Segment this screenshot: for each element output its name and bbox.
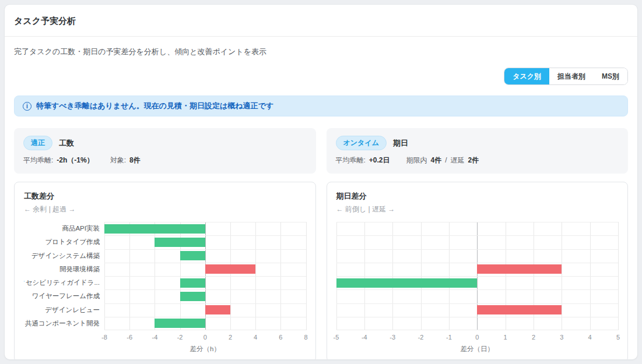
charts-row: 工数差分 ← 余剰 | 超過 → 商品API実装プロトタイプ作成デザインシステム…	[14, 182, 628, 360]
x-tick-label: 0	[475, 334, 479, 341]
row-gridline	[104, 303, 306, 304]
page-title: タスク予実分析	[14, 16, 628, 27]
row-gridline	[336, 222, 619, 222]
category-label: デザインレビュー	[24, 303, 100, 317]
x-tick-label: 1	[504, 334, 507, 341]
v-gridline	[618, 222, 619, 330]
row-gridline	[336, 303, 619, 304]
x-tick-label: -6	[127, 334, 132, 341]
chart-subtitle: ← 前倒し | 遅延 →	[336, 204, 619, 214]
separator: /	[445, 156, 447, 164]
summary-title: 工数	[59, 138, 74, 149]
view-tab-group: タスク別 担当者別 MS別	[504, 68, 628, 85]
diff-bar[interactable]	[205, 305, 230, 314]
avg-deviation-label: 平均乖離:	[23, 156, 53, 165]
summary-row: 適正 工数 平均乖離: -2h（-1%） 対象: 8件 オンタイム 期日 平均乖…	[14, 128, 628, 174]
main-panel: タスク予実分析 完了タスクの工数・期日の予実差分を分析し、傾向と改善ポイントを表…	[4, 4, 638, 360]
diff-bar[interactable]	[205, 264, 255, 274]
tab-by-milestone[interactable]: MS別	[594, 68, 627, 84]
x-tick-label: 3	[560, 334, 563, 341]
x-tick-label: 6	[279, 334, 282, 341]
effort-summary-card: 適正 工数 平均乖離: -2h（-1%） 対象: 8件	[14, 128, 316, 174]
chart-title: 期日差分	[336, 191, 619, 202]
category-labels: 商品API実装プロトタイプ作成デザインシステム構築開発環境構築アクセシビリティガ…	[24, 222, 104, 330]
category-label: 共通コンポーネント開発	[24, 317, 100, 330]
plot-wrap: -5-4-3-2-1012345 差分（日）	[336, 222, 619, 354]
x-tick-label: -2	[418, 334, 424, 341]
plot-wrap: -8-6-4-202468 差分（h）	[104, 222, 306, 354]
status-badge: オンタイム	[336, 136, 387, 150]
row-gridline	[104, 235, 306, 236]
avg-deviation-value: -2h（-1%）	[57, 156, 93, 165]
x-axis-label: 差分（h）	[104, 345, 306, 354]
v-gridline	[306, 222, 307, 330]
deadline-summary-header: オンタイム 期日	[336, 136, 619, 150]
effort-diff-chart: 商品API実装プロトタイプ作成デザインシステム構築開発環境構築アクセシビリティガ…	[24, 222, 306, 354]
plot-area	[104, 222, 306, 330]
avg-deviation-value: +0.2日	[369, 156, 390, 165]
row-gridline	[336, 249, 619, 250]
ontime-value: 4件	[431, 156, 442, 165]
row-gridline	[336, 263, 619, 263]
row-gridline	[336, 276, 619, 277]
x-tick-label: 2	[229, 334, 232, 341]
diff-bar[interactable]	[336, 278, 478, 288]
row-gridline	[104, 249, 306, 250]
x-tick-label: -5	[334, 334, 339, 341]
ontime-label: 期限内	[406, 156, 427, 165]
tab-by-assignee[interactable]: 担当者別	[549, 68, 594, 84]
deadline-summary-card: オンタイム 期日 平均乖離: +0.2日 期限内 4件 / 遅延 2件	[327, 128, 629, 174]
x-tick-label: -4	[152, 334, 157, 341]
row-gridline	[104, 289, 306, 290]
deadline-summary-stats: 平均乖離: +0.2日 期限内 4件 / 遅延 2件	[336, 156, 619, 165]
row-gridline	[104, 222, 306, 222]
diff-bar[interactable]	[477, 305, 562, 314]
row-gridline	[336, 235, 619, 236]
x-tick-label: 2	[532, 334, 535, 341]
x-tick-label: 4	[254, 334, 257, 341]
delay-value: 2件	[468, 156, 479, 165]
avg-deviation-label: 平均乖離:	[336, 156, 366, 165]
category-label: プロトタイプ作成	[24, 235, 100, 249]
row-gridline	[104, 263, 306, 263]
diff-bar[interactable]	[155, 319, 205, 328]
category-label: 開発環境構築	[24, 263, 100, 276]
diff-bar[interactable]	[104, 224, 205, 234]
x-ticks: -8-6-4-202468	[104, 334, 306, 343]
info-banner: i 特筆すべき乖離はありません。現在の見積・期日設定は概ね適正です	[14, 96, 628, 116]
panel-header: タスク予実分析	[5, 5, 637, 37]
category-label: ワイヤーフレーム作成	[24, 289, 100, 303]
tab-by-task[interactable]: タスク別	[504, 68, 549, 84]
x-tick-label: 4	[588, 334, 592, 341]
effort-summary-stats: 平均乖離: -2h（-1%） 対象: 8件	[23, 156, 307, 165]
deadline-diff-chart-card: 期日差分 ← 前倒し | 遅延 → -5-4-3-2-1012345 差分（日）	[327, 182, 629, 360]
deadline-diff-chart: -5-4-3-2-1012345 差分（日）	[336, 222, 619, 354]
effort-summary-header: 適正 工数	[23, 136, 307, 150]
x-tick-label: -3	[390, 334, 395, 341]
panel-body: 完了タスクの工数・期日の予実差分を分析し、傾向と改善ポイントを表示 タスク別 担…	[5, 47, 637, 360]
category-label: 商品API実装	[24, 222, 100, 235]
diff-bar[interactable]	[155, 238, 205, 247]
chart-title: 工数差分	[24, 191, 306, 202]
diff-bar[interactable]	[477, 264, 562, 274]
tabs-row: タスク別 担当者別 MS別	[14, 68, 628, 85]
target-value: 8件	[129, 156, 141, 165]
plot-area	[336, 222, 619, 330]
summary-title: 期日	[393, 138, 408, 149]
diff-bar[interactable]	[180, 292, 205, 301]
info-banner-text: 特筆すべき乖離はありません。現在の見積・期日設定は概ね適正です	[36, 101, 273, 111]
x-tick-label: -2	[177, 334, 183, 341]
row-gridline	[336, 289, 619, 290]
effort-diff-chart-card: 工数差分 ← 余剰 | 超過 → 商品API実装プロトタイプ作成デザインシステム…	[14, 182, 316, 360]
diff-bar[interactable]	[180, 251, 205, 260]
row-gridline	[104, 317, 306, 317]
diff-bar[interactable]	[180, 278, 205, 288]
page-description: 完了タスクの工数・期日の予実差分を分析し、傾向と改善ポイントを表示	[14, 47, 628, 57]
delay-label: 遅延	[451, 156, 465, 165]
x-tick-label: 8	[304, 334, 307, 341]
x-tick-label: -1	[446, 334, 452, 341]
x-tick-label: -4	[362, 334, 367, 341]
category-label: アクセシビリティガイドラ...	[24, 276, 100, 289]
chart-subtitle: ← 余剰 | 超過 →	[24, 204, 306, 214]
x-ticks: -5-4-3-2-1012345	[336, 334, 619, 343]
